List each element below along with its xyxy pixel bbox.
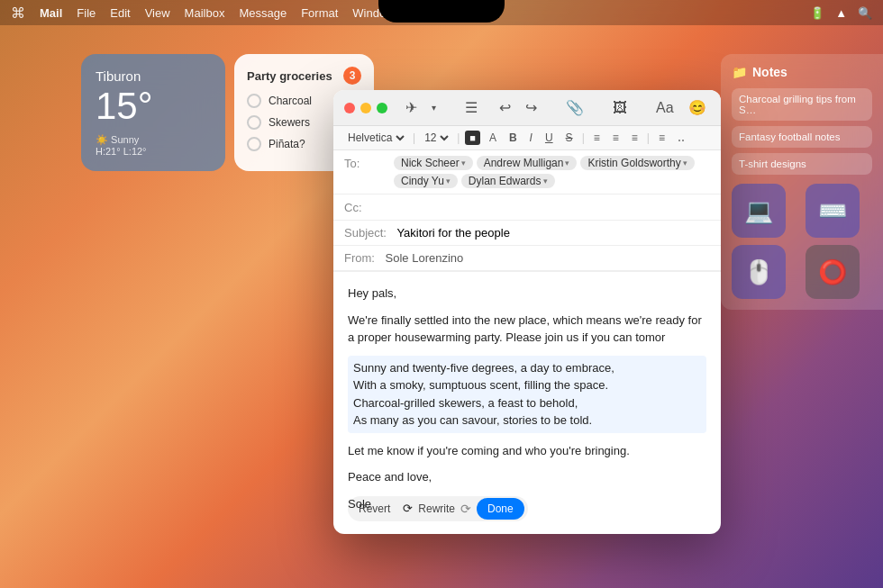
revert-icon: ⟳ <box>403 500 413 518</box>
photo-button[interactable]: 📷 <box>717 97 721 118</box>
reminder-label: Skewers <box>269 116 310 129</box>
done-button[interactable]: Done <box>477 498 524 520</box>
reminders-count: 3 <box>343 67 361 85</box>
font-color-btn[interactable]: ■ <box>465 131 480 145</box>
recipient-cindy[interactable]: Cindy Yu ▾ <box>394 174 458 188</box>
weather-city: Tiburon <box>96 68 211 84</box>
more-btn[interactable]: ‥ <box>674 130 688 146</box>
recipient-nick[interactable]: Nick Scheer ▾ <box>394 156 473 170</box>
apple-menu[interactable]: ⌘ <box>11 5 25 22</box>
notes-item-2[interactable]: Fantasy football notes <box>732 126 872 148</box>
close-button[interactable] <box>344 103 355 113</box>
menu-message[interactable]: Message <box>239 6 287 20</box>
recipient-dylan[interactable]: Dylan Edwards ▾ <box>461 174 555 188</box>
italic-btn[interactable]: I <box>526 130 536 146</box>
reminder-checkbox[interactable] <box>247 115 261 130</box>
send-button[interactable]: ✈ <box>402 97 421 118</box>
emoji-button[interactable]: 😊 <box>685 97 710 118</box>
undo-button[interactable]: ↩ <box>496 97 514 118</box>
align-center-btn[interactable]: ≡ <box>609 130 623 146</box>
reminder-checkbox[interactable] <box>247 137 261 151</box>
menubar-left: ⌘ Mail File Edit View Mailbox Message Fo… <box>11 5 432 22</box>
menu-view[interactable]: View <box>145 6 170 20</box>
reminders-header: Party groceries 3 <box>247 67 361 85</box>
notes-item-1[interactable]: Charcoal grilling tips from S… <box>732 88 872 121</box>
cc-label: Cc: <box>344 200 394 214</box>
camera-notch <box>378 0 505 23</box>
search-icon[interactable]: 🔍 <box>858 6 872 20</box>
reminder-label: Charcoal <box>269 95 312 107</box>
underline-btn[interactable]: U <box>542 130 557 146</box>
menu-format[interactable]: Format <box>301 6 338 20</box>
mail-body[interactable]: Hey pals, We're finally settled into the… <box>333 272 721 534</box>
circle-icon-btn[interactable]: ⭕ <box>806 245 860 299</box>
to-label: To: <box>344 156 394 170</box>
subject-value[interactable]: Yakitori for the people <box>396 226 510 240</box>
body-paragraph-2: Let me know if you're coming and who you… <box>348 442 706 460</box>
mouse-icon-btn[interactable]: 🖱️ <box>732 245 786 299</box>
weather-temp: 15° <box>96 86 211 127</box>
reminder-checkbox[interactable] <box>247 94 261 108</box>
reminder-label: Piñata? <box>269 138 305 150</box>
redo-button[interactable]: ↪ <box>522 97 541 118</box>
mail-toolbar: ✈ ▾ ☰ ↩ ↪ 📎 🖼 Aa 😊 📷 <box>333 90 721 126</box>
sign-off: Peace and love, <box>348 468 706 486</box>
font-size-select[interactable]: 12 <box>421 131 451 145</box>
icons-grid: 💻 ⌨️ 🖱️ ⭕ <box>732 184 872 299</box>
list-btn[interactable]: ≡ <box>655 130 669 146</box>
rewrite-label[interactable]: Rewrite <box>418 501 455 517</box>
highlight-btn[interactable]: A <box>486 130 500 146</box>
notes-title: 📁 Notes <box>732 65 872 79</box>
traffic-lights <box>344 103 387 113</box>
poem-line-2: With a smoky, sumptuous scent, filling t… <box>353 376 701 394</box>
subject-label: Subject: <box>344 226 387 240</box>
body-paragraph-1: We're finally settled into the new place… <box>348 312 706 347</box>
battery-icon: 🔋 <box>810 6 824 20</box>
mail-header: To: Nick Scheer ▾ Andrew Mulligan ▾ Kris… <box>333 150 721 272</box>
mail-compose-window: ✈ ▾ ☰ ↩ ↪ 📎 🖼 Aa 😊 📷 Helvetica | 12 | ■ … <box>333 90 721 534</box>
revert-button[interactable]: Revert <box>351 498 397 520</box>
menu-file[interactable]: File <box>77 6 96 20</box>
laptop-icon-btn[interactable]: 💻 <box>732 184 786 238</box>
align-left-btn[interactable]: ≡ <box>590 130 604 146</box>
recipient-andrew[interactable]: Andrew Mulligan ▾ <box>477 156 578 170</box>
format-options-button[interactable]: ☰ <box>461 97 481 118</box>
rewrite-toolbar: Revert ⟳ Rewrite ⟳ Done <box>348 496 528 521</box>
font-button[interactable]: Aa <box>652 98 678 118</box>
folder-icon: 📁 <box>732 65 747 79</box>
menubar-right: 🔋 ▲ 🔍 <box>810 6 872 20</box>
photo-browser-button[interactable]: 🖼 <box>609 98 631 118</box>
menu-edit[interactable]: Edit <box>110 6 130 20</box>
strikethrough-btn[interactable]: S <box>562 130 577 146</box>
subject-field: Subject: Yakitori for the people <box>333 221 721 246</box>
greeting: Hey pals, <box>348 285 706 303</box>
weather-icon: ☀️ Sunny <box>96 134 211 146</box>
weather-desc: ☀️ Sunny H:21° L:12° <box>96 134 211 157</box>
send-chevron[interactable]: ▾ <box>428 101 440 114</box>
format-sep-2: | <box>457 131 460 144</box>
menu-app[interactable]: Mail <box>40 6 62 20</box>
fullscreen-button[interactable] <box>377 103 387 113</box>
format-sep-3: | <box>582 131 585 144</box>
to-recipients: Nick Scheer ▾ Andrew Mulligan ▾ Kristin … <box>394 156 710 188</box>
from-field: From: Sole Lorenzino <box>333 246 721 271</box>
weather-high-low: H:21° L:12° <box>96 146 211 157</box>
format-bar: Helvetica | 12 | ■ A B I U S | ≡ ≡ ≡ | ≡… <box>333 126 721 150</box>
from-value: Sole Lorenzino <box>386 251 464 265</box>
notes-panel: 📁 Notes Charcoal grilling tips from S… F… <box>721 54 883 310</box>
reminders-title: Party groceries <box>247 69 332 83</box>
from-label: From: <box>344 251 375 265</box>
minimize-button[interactable] <box>360 103 371 113</box>
cc-field: Cc: <box>333 194 721 221</box>
bold-btn[interactable]: B <box>505 130 521 146</box>
attach-button[interactable]: 📎 <box>562 97 587 118</box>
weather-widget: Tiburon 15° ☀️ Sunny H:21° L:12° <box>81 54 225 171</box>
font-select[interactable]: Helvetica <box>344 131 407 145</box>
poem-line-1: Sunny and twenty-five degrees, a day to … <box>353 359 701 377</box>
menu-mailbox[interactable]: Mailbox <box>185 6 225 20</box>
recipient-kristin[interactable]: Kristin Goldsworthy ▾ <box>580 156 694 170</box>
align-right-btn[interactable]: ≡ <box>628 130 642 146</box>
notes-item-3[interactable]: T-shirt designs <box>732 153 872 175</box>
keyboard-icon-btn[interactable]: ⌨️ <box>806 184 860 238</box>
poem-block: Sunny and twenty-five degrees, a day to … <box>348 356 706 433</box>
